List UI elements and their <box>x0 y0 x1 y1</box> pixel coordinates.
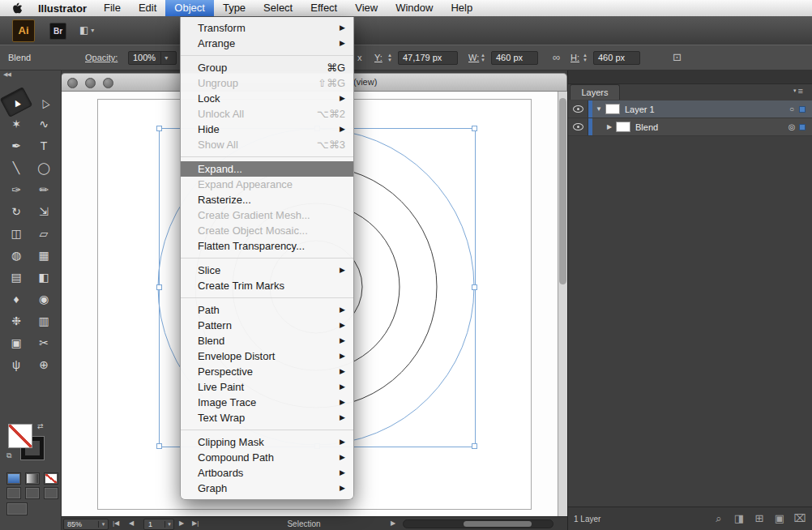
symbol-sprayer-tool[interactable]: ❉ <box>4 311 28 331</box>
width-tool[interactable]: ◫ <box>4 224 28 243</box>
menu-item-arrange[interactable]: Arrange▶ <box>181 36 353 51</box>
menu-item-group[interactable]: Group⌘G <box>181 60 353 75</box>
menubar-item-effect[interactable]: Effect <box>301 0 346 16</box>
type-tool[interactable]: T <box>32 136 56 156</box>
color-button[interactable] <box>6 472 21 485</box>
menu-item-pattern[interactable]: Pattern▶ <box>181 318 353 333</box>
opacity-field[interactable]: 100% ▾ <box>128 51 177 65</box>
eyedropper-tool[interactable]: ♦ <box>4 289 28 309</box>
selection-handle[interactable] <box>472 443 477 449</box>
layer-name[interactable]: Layer 1 <box>625 105 784 114</box>
selection-color-chip[interactable] <box>799 106 806 113</box>
pencil-tool[interactable]: ✏ <box>32 180 56 199</box>
next-artboard-button[interactable]: ▶ <box>179 519 184 527</box>
menu-item-transform[interactable]: Transform▶ <box>181 20 353 36</box>
new-layer-icon[interactable]: ▣ <box>773 512 786 525</box>
free-transform-tool[interactable]: ▱ <box>32 224 56 243</box>
lasso-tool[interactable]: ∿ <box>32 114 56 134</box>
horizontal-scrollbar[interactable] <box>403 519 553 528</box>
paintbrush-tool[interactable]: ✑ <box>4 180 28 199</box>
menubar-item-view[interactable]: View <box>346 0 387 16</box>
menubar-item-help[interactable]: Help <box>442 0 481 16</box>
menubar-item-edit[interactable]: Edit <box>130 0 165 16</box>
menu-item-hide[interactable]: Hide▶ <box>181 122 353 137</box>
target-icon[interactable]: ◎ <box>784 122 799 131</box>
w-stepper[interactable]: ▲ ▼ <box>481 53 485 62</box>
h-field[interactable]: 460 px <box>593 51 640 65</box>
delete-icon[interactable]: ⌧ <box>793 512 806 525</box>
scale-tool[interactable]: ⇲ <box>32 202 56 221</box>
menubar-item-type[interactable]: Type <box>214 0 254 16</box>
mesh-tool[interactable]: ▤ <box>4 267 28 287</box>
magic-wand-tool[interactable]: ✶ <box>4 114 28 134</box>
h-stepper[interactable]: ▲ ▼ <box>583 53 588 62</box>
selection-handle[interactable] <box>472 126 477 131</box>
menubar-item-file[interactable]: File <box>95 0 130 16</box>
horizontal-scrollbar-thumb[interactable] <box>464 521 532 527</box>
h-label[interactable]: H: <box>571 53 579 62</box>
app-name[interactable]: Illustrator <box>30 2 95 15</box>
selection-handle[interactable] <box>156 443 162 449</box>
first-artboard-button[interactable]: |◀ <box>113 519 119 527</box>
menu-item-compound-path[interactable]: Compound Path▶ <box>181 450 353 465</box>
menu-item-text-wrap[interactable]: Text Wrap▶ <box>181 410 353 425</box>
layer-name[interactable]: Blend <box>635 122 784 132</box>
layer-row-blend[interactable]: ▶Blend◎ <box>568 118 812 136</box>
artboard-tool[interactable]: ▣ <box>4 333 28 353</box>
menu-item-expand[interactable]: Expand... <box>181 161 353 177</box>
y-field[interactable]: 47,179 px <box>398 51 458 65</box>
layer-thumbnail[interactable] <box>605 104 620 114</box>
artboard-number-select[interactable]: 1 ▾ <box>143 519 174 530</box>
draw-inside-button[interactable] <box>44 487 58 499</box>
screen-mode-button[interactable] <box>6 502 28 515</box>
workspace-switcher[interactable]: ◧ ▾ <box>79 24 94 36</box>
draw-normal-button[interactable] <box>6 487 21 499</box>
last-artboard-button[interactable]: ▶| <box>192 519 199 527</box>
menubar-item-object[interactable]: Object <box>165 0 214 16</box>
visibility-toggle[interactable] <box>568 118 588 135</box>
menu-item-graph[interactable]: Graph▶ <box>181 481 353 496</box>
new-sublayer-icon[interactable]: ⊞ <box>753 512 766 525</box>
target-icon[interactable]: ○ <box>784 105 799 113</box>
rotate-tool[interactable]: ↻ <box>4 202 28 221</box>
default-fill-stroke-icon[interactable]: ⧉ <box>6 451 11 460</box>
menu-item-live-paint[interactable]: Live Paint▶ <box>181 379 353 395</box>
line-segment-tool[interactable]: ╲ <box>4 158 28 177</box>
column-graph-tool[interactable]: ▥ <box>32 311 56 331</box>
selection-handle[interactable] <box>156 284 162 290</box>
disclosure-closed-icon[interactable]: ▶ <box>603 123 616 130</box>
clipping-mask-icon[interactable]: ◨ <box>733 512 746 525</box>
y-label[interactable]: Y: <box>374 53 382 62</box>
menu-item-rasterize[interactable]: Rasterize... <box>181 192 353 207</box>
minimize-button[interactable] <box>85 78 96 88</box>
zoom-window-button[interactable] <box>103 78 113 88</box>
menu-item-envelope-distort[interactable]: Envelope Distort▶ <box>181 348 353 364</box>
w-label[interactable]: W: <box>468 53 479 62</box>
panel-menu-icon[interactable]: ▾ ≡ <box>793 86 803 96</box>
menubar-item-select[interactable]: Select <box>254 0 301 16</box>
perspective-grid-tool[interactable]: ▦ <box>32 246 56 265</box>
direct-selection-tool[interactable]: △ <box>28 88 59 116</box>
visibility-toggle[interactable] <box>568 100 588 118</box>
menu-item-lock[interactable]: Lock▶ <box>181 91 353 106</box>
link-icon[interactable]: ∞ <box>553 51 560 63</box>
opacity-label[interactable]: Opacity: <box>85 53 118 62</box>
vertical-scrollbar-thumb[interactable] <box>559 98 566 284</box>
none-button[interactable] <box>44 472 58 485</box>
previous-artboard-button[interactable]: ◀ <box>129 519 134 527</box>
shape-builder-tool[interactable]: ◍ <box>4 246 28 265</box>
menu-item-blend[interactable]: Blend▶ <box>181 333 353 348</box>
menu-item-flatten-transparency[interactable]: Flatten Transparency... <box>181 238 353 254</box>
zoom-level-select[interactable]: 85% ▾ <box>63 519 109 530</box>
w-field[interactable]: 460 px <box>491 51 538 65</box>
hand-tool[interactable]: ψ <box>4 355 28 374</box>
menu-item-path[interactable]: Path▶ <box>181 302 353 318</box>
apple-icon[interactable] <box>0 0 30 16</box>
blend-tool[interactable]: ◉ <box>32 289 56 309</box>
status-arrow-icon[interactable]: ▶ <box>391 519 395 527</box>
layer-row-layer-1[interactable]: ▼Layer 1○ <box>568 100 812 118</box>
disclosure-open-icon[interactable]: ▼ <box>592 105 605 113</box>
layer-thumbnail[interactable] <box>616 122 630 132</box>
menu-item-image-trace[interactable]: Image Trace▶ <box>181 395 353 410</box>
fill-swatch[interactable] <box>8 424 32 448</box>
